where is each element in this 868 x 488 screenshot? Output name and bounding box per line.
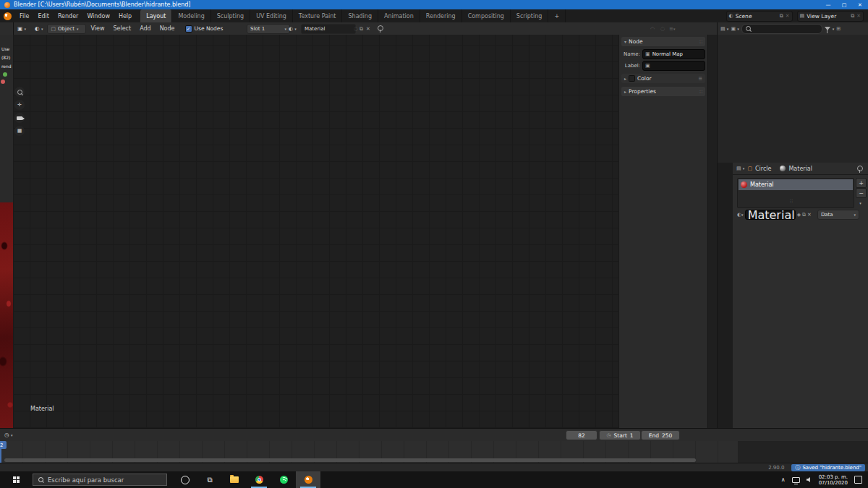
node-name-field[interactable]: ▣Normal Map — [642, 49, 705, 59]
unlink-material-icon[interactable]: ✕ — [366, 26, 370, 32]
menu-edit[interactable]: Edit — [33, 9, 54, 22]
shader-menu-select[interactable]: Select — [109, 22, 135, 35]
view-layer-selector[interactable]: ▤ View Layer ⧉ ✕ — [797, 11, 864, 22]
maximize-button[interactable]: ▢ — [836, 0, 852, 9]
editor-options-icon[interactable]: ≡▾ — [669, 26, 675, 32]
task-view-button[interactable]: ⧉ — [197, 471, 222, 488]
shader-node-editor[interactable]: Material ▾Node∷ Name: ▣Normal Map Label:… — [13, 35, 717, 428]
properties-editor-type-icon[interactable]: ▤ ▾ — [736, 166, 744, 171]
camera-view-gizmo[interactable] — [14, 113, 25, 123]
blender-taskbar-button[interactable] — [296, 471, 320, 488]
outliner-display-mode-icon[interactable]: ▤ ▾ — [720, 26, 728, 32]
toggle-projection-gizmo[interactable]: ▦ — [14, 126, 25, 136]
frame-start-field[interactable]: ◷Start1 — [599, 430, 641, 440]
action-center-icon[interactable] — [854, 476, 862, 484]
material-browse-icon[interactable]: ◐ ▾ — [289, 26, 297, 32]
workspace-tab-blank[interactable]: + — [548, 9, 566, 22]
browse-material-icon[interactable]: ◐▾ — [737, 212, 744, 218]
volume-icon[interactable] — [807, 477, 812, 482]
cortana-button[interactable] — [173, 471, 197, 488]
workspace-tab-shading[interactable]: Shading — [342, 9, 378, 22]
workspace-tab-uv-editing[interactable]: UV Editing — [250, 9, 293, 22]
node-label-field[interactable]: ▣ — [642, 61, 705, 71]
properties-pin-icon[interactable] — [857, 166, 863, 171]
new-scene-icon[interactable]: ⧉ — [780, 13, 783, 19]
tray-expand-icon[interactable]: ∧ — [781, 476, 786, 483]
outliner-filter-dropdown-icon[interactable]: ▣ ▾ — [731, 26, 739, 32]
workspace-tab-compositing[interactable]: Compositing — [462, 9, 511, 22]
remove-view-layer-icon[interactable]: ✕ — [856, 13, 861, 19]
new-view-layer-icon[interactable]: ⧉ — [851, 13, 854, 19]
new-material-icon[interactable]: ⧉ — [359, 26, 363, 32]
workspace-tab-scripting[interactable]: Scripting — [511, 9, 549, 22]
spotify-button[interactable] — [271, 471, 296, 488]
timeline-editor[interactable]: ◷ ▾ 82 ◷Start1 End250 82 — [0, 428, 868, 463]
shader-menu-add[interactable]: Add — [135, 22, 156, 35]
shield-icon[interactable]: ◈ — [797, 212, 801, 218]
material-slot-selected[interactable]: Material — [739, 179, 853, 190]
pin-icon[interactable] — [378, 25, 383, 31]
shader-type-icon[interactable]: ◐ ▾ — [30, 25, 47, 32]
snapping-icon[interactable]: ◠ — [650, 26, 655, 32]
remove-slot-button[interactable]: − — [856, 188, 867, 198]
current-frame-field[interactable]: 82 — [566, 430, 597, 440]
breadcrumb-material[interactable]: Material — [788, 166, 812, 172]
outliner-search-input[interactable] — [741, 24, 822, 34]
menu-render[interactable]: Render — [54, 9, 82, 22]
workspace-tab-layout[interactable]: Layout — [140, 9, 172, 22]
copy-material-icon[interactable]: ⧉ — [802, 212, 806, 218]
color-checkbox[interactable] — [629, 75, 635, 82]
use-nodes-checkbox[interactable]: ✓ — [185, 25, 192, 33]
breadcrumb-object[interactable]: Circle — [755, 166, 771, 172]
unlink-icon[interactable]: ✕ — [807, 212, 812, 218]
frame-end-field[interactable]: End250 — [641, 430, 680, 440]
timeline-editor-type-icon[interactable]: ◷ ▾ — [0, 432, 17, 438]
taskbar-search-input[interactable]: Escribe aquí para buscar — [33, 474, 167, 486]
link-mode-dropdown[interactable]: Data▾ — [817, 210, 859, 220]
file-explorer-button[interactable] — [222, 471, 247, 488]
slot-specials-button[interactable]: ▾ — [856, 199, 865, 207]
minimize-button[interactable]: — — [820, 0, 836, 9]
viewport-sliver[interactable]: Use (82) rend — [0, 35, 13, 428]
timeline-ruler[interactable]: 82 — [0, 441, 738, 463]
fake-user-icon[interactable]: ◌ — [354, 26, 358, 32]
workspace-tab-sculpting[interactable]: Sculpting — [211, 9, 250, 22]
color-panel-header[interactable]: ▸ Color ☰ — [621, 74, 705, 83]
node-panel-header[interactable]: ▾Node∷ — [621, 37, 705, 46]
filter-funnel-icon[interactable] — [825, 27, 830, 30]
move-view-gizmo[interactable]: ✛ — [14, 100, 25, 110]
properties-panel-header[interactable]: ▸Properties∷ — [621, 87, 705, 96]
start-button[interactable] — [0, 471, 33, 488]
overlays-icon[interactable]: ◌ — [660, 26, 665, 32]
material-name-input[interactable]: Material — [745, 210, 796, 220]
workspace-tab-rendering[interactable]: Rendering — [420, 9, 462, 22]
menu-file[interactable]: File — [15, 9, 33, 22]
material-slot-list[interactable]: Material ∷ — [737, 178, 854, 208]
properties-editor[interactable]: ▤ ▾ ▢ Circle Material Material ∷ + − ▾ ◐… — [717, 163, 868, 428]
menu-help[interactable]: Help — [114, 9, 136, 22]
timeline-scrollbar[interactable] — [4, 458, 696, 462]
add-slot-button[interactable]: + — [856, 178, 867, 188]
slot-dropdown[interactable]: Slot 1▾ — [247, 24, 290, 34]
material-name-field[interactable]: Material — [301, 24, 356, 34]
taskbar-clock[interactable]: 02:03 p. m. 07/10/2020 — [819, 474, 848, 486]
node-label-row: Label: ▣ — [621, 61, 705, 70]
workspace-tab-texture-paint[interactable]: Texture Paint — [293, 9, 343, 22]
shader-mode-dropdown[interactable]: ▢Object▾ — [47, 24, 86, 34]
shader-menu-view[interactable]: View — [86, 22, 109, 35]
zoom-gizmo[interactable] — [14, 87, 25, 97]
outliner[interactable] — [717, 35, 868, 163]
shader-menu-node[interactable]: Node — [156, 22, 179, 35]
scene-selector[interactable]: ◐ Scene ⧉ ✕ — [726, 11, 793, 22]
filter-chevron-icon[interactable]: ▾ — [833, 27, 835, 31]
new-collection-icon[interactable]: ⊞ — [836, 26, 841, 32]
workspace-tab-animation[interactable]: Animation — [378, 9, 420, 22]
blender-menu-icon[interactable] — [4, 12, 12, 20]
chrome-button[interactable] — [247, 471, 271, 488]
network-icon[interactable] — [792, 477, 800, 483]
close-button[interactable]: ✕ — [852, 0, 868, 9]
workspace-tab-modeling[interactable]: Modeling — [172, 9, 210, 22]
menu-window[interactable]: Window — [82, 9, 114, 22]
unlink-scene-icon[interactable]: ✕ — [786, 13, 790, 19]
editor-type-icon[interactable]: ▣ ▾ — [14, 25, 30, 32]
